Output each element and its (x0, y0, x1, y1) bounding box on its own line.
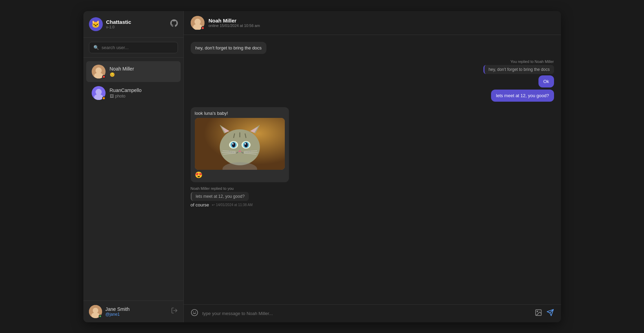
status-dot-ruan (102, 96, 106, 100)
message-input[interactable] (202, 311, 530, 316)
chat-input-area (184, 304, 561, 322)
reply-label-2: You replied to Noah Miller (510, 59, 554, 64)
contact-preview-noah: 😊 (110, 72, 175, 77)
message-bubble-ok: Ok (538, 75, 554, 87)
current-user-info: Jane Smith @jane1 (106, 306, 167, 317)
message-ok-text: Ok (543, 79, 549, 84)
search-icon: 🔍 (93, 45, 99, 50)
reply-info-area: Noah Miller replied to you lets meet at … (191, 184, 253, 207)
chat-header-info: Noah Miller online 15/01/2024 at 10:56 a… (209, 18, 260, 28)
app-version: v-1.0 (106, 25, 131, 29)
chat-recipient-status: online 15/01/2024 at 10:56 am (209, 24, 260, 28)
cat-image-wrapper (195, 118, 285, 170)
message-1: hey, don't forget to bring the docs (191, 42, 554, 54)
svg-point-30 (245, 143, 246, 145)
contact-preview-ruan: 🖼 photo (110, 94, 175, 99)
message-2: You replied to Noah Miller hey, don't fo… (191, 59, 554, 102)
reply-info-text: Noah Miller replied to you (191, 186, 253, 191)
status-dot-noah (102, 75, 106, 78)
chat-recipient-name: Noah Miller (209, 18, 260, 24)
contact-name-noah: Noah Miller (110, 66, 175, 72)
contact-info-noah: Noah Miller 😊 (110, 66, 175, 77)
current-user-handle: @jane1 (106, 312, 167, 317)
contact-name-ruan: RuanCampello (110, 87, 175, 93)
chat-header-avatar (191, 16, 205, 30)
current-user-name: Jane Smith (106, 306, 167, 312)
sidebar-footer: Jane Smith @jane1 (83, 300, 183, 322)
reply-context-2: You replied to Noah Miller hey, don't fo… (483, 59, 554, 74)
sidebar: 🐱 Chattastic v-1.0 🔍 (83, 11, 184, 322)
emoji-button[interactable] (191, 309, 198, 318)
message-bubble-3: look luna's baby! (191, 107, 289, 182)
logout-icon[interactable] (171, 307, 178, 316)
brand-text: Chattastic v-1.0 (106, 19, 131, 29)
sidebar-header: 🐱 Chattastic v-1.0 (83, 11, 183, 38)
chat-area: Noah Miller online 15/01/2024 at 10:56 a… (184, 11, 561, 322)
current-user-status-dot (99, 315, 102, 318)
image-upload-button[interactable] (535, 309, 542, 318)
message-of-course-row: of course ↩ 14/01/2024 at 11:38 AM (191, 202, 253, 207)
message-bubble-meet: lets meet at 12, you good? (491, 90, 554, 102)
message-meet-text: lets meet at 12, you good? (496, 93, 549, 98)
svg-point-29 (232, 143, 234, 145)
current-user-avatar-wrapper (89, 305, 102, 318)
svg-point-8 (91, 313, 100, 318)
cat-photo (195, 118, 285, 170)
contact-info-ruan: RuanCampello 🖼 photo (110, 87, 175, 99)
brand-logo: 🐱 (89, 17, 103, 31)
chat-header: Noah Miller online 15/01/2024 at 10:56 a… (184, 11, 561, 35)
avatar-wrapper-noah (92, 65, 106, 78)
send-button[interactable] (546, 309, 554, 318)
message-of-course-text: of course (191, 202, 209, 207)
contacts-list: Noah Miller 😊 (83, 58, 183, 300)
avatar-wrapper-ruan (92, 86, 106, 100)
message-emoji-3: 😍 (195, 171, 285, 179)
svg-point-49 (537, 311, 538, 312)
chat-messages: hey, don't forget to bring the docs You … (184, 35, 561, 304)
search-input[interactable] (102, 45, 173, 50)
search-box: 🔍 (83, 38, 183, 58)
message-bubble-1: hey, don't forget to bring the docs (191, 42, 267, 54)
sidebar-item-ruan[interactable]: RuanCampello 🖼 photo (86, 83, 181, 103)
message-3: look luna's baby! (191, 107, 554, 207)
sidebar-item-noah[interactable]: Noah Miller 😊 (86, 61, 181, 82)
app-name: Chattastic (106, 19, 131, 25)
contact-preview-text-ruan: photo (115, 94, 126, 99)
message-timestamp: ↩ 14/01/2024 at 11:38 AM (212, 203, 253, 207)
reply-quote-2: hey, don't forget to bring the docs (483, 65, 554, 74)
chat-header-status-dot (201, 26, 205, 30)
reply-arrow-icon: ↩ (212, 203, 215, 207)
svg-point-7 (93, 308, 98, 313)
svg-point-27 (232, 142, 235, 147)
svg-point-45 (191, 309, 197, 315)
message-text-3: look luna's baby! (195, 111, 285, 116)
timestamp-text: 14/01/2024 at 11:38 AM (216, 203, 253, 207)
brand-area: 🐱 Chattastic v-1.0 (89, 17, 131, 31)
input-actions (535, 309, 554, 318)
github-icon[interactable] (170, 19, 178, 29)
message-text-1: hey, don't forget to bring the docs (196, 45, 262, 50)
reply-msg-quote: lets meet at 12, you good? (191, 192, 249, 201)
search-wrapper[interactable]: 🔍 (89, 42, 178, 53)
svg-point-28 (244, 142, 248, 147)
